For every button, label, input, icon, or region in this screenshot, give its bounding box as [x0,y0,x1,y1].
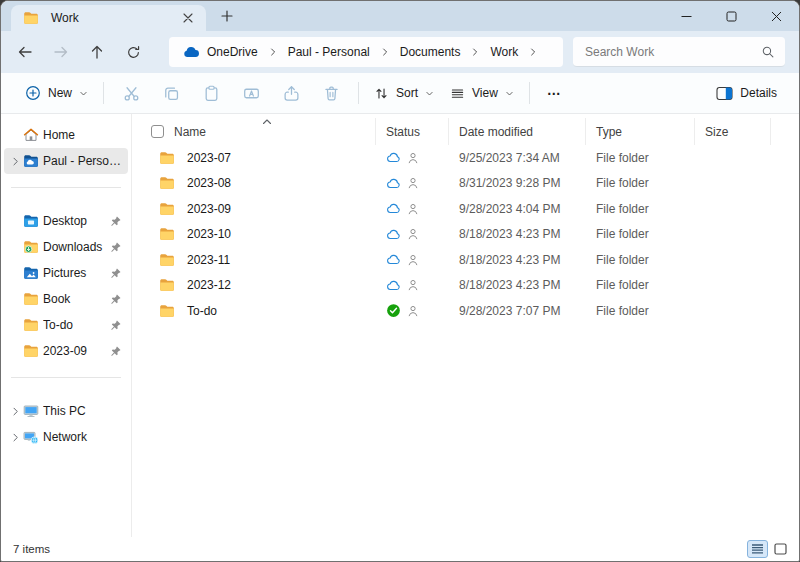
folder-desktop-icon [23,213,39,229]
file-list: 2023-079/25/2023 7:34 AMFile folder2023-… [132,145,799,324]
cloud-status-icon [386,278,401,293]
view-button[interactable]: View [442,81,522,106]
sidebar-item-desktop[interactable]: Desktop [4,208,128,234]
thumbnails-view-toggle-icon[interactable] [770,540,791,558]
select-all-checkbox[interactable] [151,125,164,138]
chevron-right-icon[interactable] [377,47,393,57]
tab-close-icon[interactable] [178,8,198,28]
sidebar-item-label: Paul - Personal [43,154,124,168]
minimize-button[interactable] [664,1,709,31]
file-row-2023-08[interactable]: 2023-088/31/2023 9:28 PMFile folder [132,171,799,197]
folder-icon [159,150,175,166]
sidebar-item-label: To-do [43,318,110,332]
breadcrumb-segment-documents[interactable]: Documents [393,41,468,63]
rename-icon[interactable] [231,79,271,107]
file-name: To-do [187,304,217,318]
sidebar-item-label: 2023-09 [43,344,110,358]
folder-onedrive-icon [23,153,39,169]
delete-icon[interactable] [311,79,351,107]
forward-icon[interactable] [43,37,79,67]
onedrive-cloud-icon [182,43,200,61]
person-icon [406,278,420,292]
toolbar-divider [358,82,359,104]
file-row-2023-10[interactable]: 2023-108/18/2023 4:23 PMFile folder [132,222,799,248]
status-cell [376,303,449,318]
up-icon[interactable] [79,37,115,67]
chevron-right-icon[interactable] [467,47,483,57]
search-icon[interactable] [761,45,775,59]
status-cell [376,278,449,293]
sidebar-item-label: Network [43,430,124,444]
item-count: 7 items [13,543,50,555]
tab-title: Work [51,11,79,25]
sidebar-item-this-pc[interactable]: This PC [4,398,128,424]
sidebar-item-2023-09[interactable]: 2023-09 [4,338,128,364]
sidebar-item-downloads[interactable]: Downloads [4,234,128,260]
breadcrumb-segment-onedrive[interactable]: OneDrive [175,39,265,65]
folder-icon [23,343,39,359]
file-name: 2023-11 [187,253,230,267]
plus-circle-icon [25,85,41,101]
chevron-right-icon[interactable] [8,404,23,419]
column-header-type[interactable]: Type [586,118,695,145]
chevron-right-icon[interactable] [8,154,23,169]
refresh-icon[interactable] [115,37,151,67]
copy-icon[interactable] [151,79,191,107]
file-list-pane: Name Status Date modified Type Size 2023… [132,114,799,537]
file-row-2023-09[interactable]: 2023-099/28/2023 4:04 PMFile folder [132,196,799,222]
chevron-down-icon [505,89,514,98]
sidebar-item-network[interactable]: Network [4,424,128,450]
maximize-button[interactable] [709,1,754,31]
sidebar-item-pictures[interactable]: Pictures [4,260,128,286]
file-row-to-do[interactable]: To-do9/28/2023 7:07 PMFile folder [132,298,799,324]
back-icon[interactable] [7,37,43,67]
file-row-2023-12[interactable]: 2023-128/18/2023 4:23 PMFile folder [132,273,799,299]
close-button[interactable] [754,1,799,31]
chevron-right-icon[interactable] [8,430,23,445]
file-name: 2023-07 [187,151,231,165]
file-row-2023-07[interactable]: 2023-079/25/2023 7:34 AMFile folder [132,145,799,171]
tab-work[interactable]: Work [11,5,206,31]
folder-icon [159,277,175,293]
toolbar-divider [103,82,104,104]
sort-button[interactable]: Sort [366,81,442,106]
new-button[interactable]: New [17,80,96,106]
search-input[interactable] [585,45,761,59]
sidebar-item-book[interactable]: Book [4,286,128,312]
cloud-status-icon [386,227,401,242]
more-options-icon[interactable]: … [537,80,572,106]
file-type: File folder [586,176,695,190]
file-name: 2023-08 [187,176,231,190]
column-header-date-modified[interactable]: Date modified [449,118,586,145]
chevron-right-icon[interactable] [265,47,281,57]
breadcrumb-segment-work[interactable]: Work [483,41,525,63]
paste-icon[interactable] [191,79,231,107]
date-modified: 8/18/2023 4:23 PM [449,253,586,267]
share-icon[interactable] [271,79,311,107]
file-row-2023-11[interactable]: 2023-118/18/2023 4:23 PMFile folder [132,247,799,273]
date-modified: 8/18/2023 4:23 PM [449,227,586,241]
new-tab-button[interactable] [214,3,240,29]
breadcrumb-segment-paul-personal[interactable]: Paul - Personal [281,41,377,63]
details-button[interactable]: Details [708,81,785,106]
chevron-right-icon[interactable] [525,47,541,57]
new-button-label: New [48,86,72,100]
chevron-spacer [8,266,23,281]
folder-downloads-icon [23,239,39,255]
folder-pictures-icon [23,265,39,281]
date-modified: 9/28/2023 4:04 PM [449,202,586,216]
sidebar-item-to-do[interactable]: To-do [4,312,128,338]
person-icon [406,202,420,216]
file-name: 2023-09 [187,202,231,216]
column-header-status[interactable]: Status [376,118,449,145]
chevron-spacer [8,214,23,229]
column-header-size[interactable]: Size [695,118,771,145]
breadcrumb-label: Work [490,45,518,59]
date-modified: 9/25/2023 7:34 AM [449,151,586,165]
cut-icon[interactable] [111,79,151,107]
folder-icon [23,10,39,26]
column-header-name[interactable]: Name [132,118,376,145]
sidebar-item-paul-personal[interactable]: Paul - Personal [4,148,128,174]
sidebar-item-home[interactable]: Home [4,122,128,148]
details-view-toggle-icon[interactable] [747,540,768,558]
